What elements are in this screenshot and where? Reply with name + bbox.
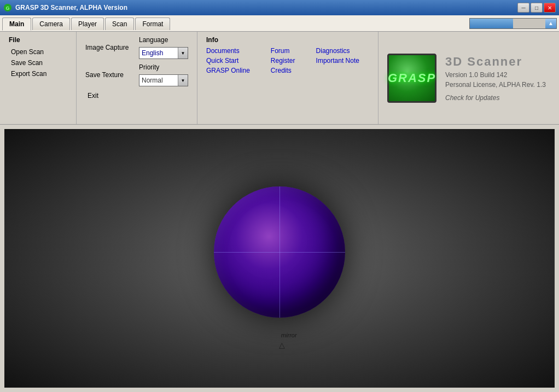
panel-row: File Open Scan Save Scan Export Scan Ima… bbox=[0, 32, 559, 125]
tab-scan[interactable]: Scan bbox=[105, 17, 134, 30]
save-scan-button[interactable]: Save Scan bbox=[9, 58, 67, 68]
window-controls: ─ □ ✕ bbox=[517, 3, 556, 13]
title-bar-left: G GRASP 3D Scanner, ALPHA Version bbox=[3, 3, 127, 12]
maximize-button[interactable]: □ bbox=[531, 3, 543, 13]
info-heading: Info bbox=[206, 36, 369, 44]
branding-panel: GRASP 3D Scanner Version 1.0 Build 142 P… bbox=[379, 32, 559, 124]
language-dropdown-arrow[interactable]: ▼ bbox=[178, 48, 188, 58]
file-heading: File bbox=[9, 36, 67, 44]
scanner-title: 3D Scanner bbox=[445, 55, 546, 69]
save-texture-label: Save Texture bbox=[85, 71, 135, 79]
menu-bar: Main Camera Player Scan Format ▲ bbox=[0, 15, 559, 32]
progress-bar-fill bbox=[470, 19, 513, 28]
viewport: mirror △ bbox=[4, 129, 555, 388]
credits-link[interactable]: Credits bbox=[271, 67, 305, 74]
grasp-logo: GRASP bbox=[387, 54, 436, 103]
image-capture-label: Image Capture bbox=[85, 44, 135, 51]
priority-label: Priority bbox=[139, 63, 188, 71]
main-content: File Open Scan Save Scan Export Scan Ima… bbox=[0, 32, 559, 392]
minimize-button[interactable]: ─ bbox=[517, 3, 529, 13]
sphere-label: mirror bbox=[281, 332, 297, 338]
version-line1: Version 1.0 Build 142 bbox=[445, 71, 546, 79]
settings-panel: Image Capture Language English ▼ Save Te… bbox=[77, 32, 197, 124]
priority-dropdown-arrow[interactable]: ▼ bbox=[178, 75, 188, 86]
app-icon: G bbox=[3, 3, 12, 12]
language-label: Language bbox=[139, 36, 188, 44]
svg-text:G: G bbox=[5, 5, 9, 11]
language-value: English bbox=[142, 49, 178, 57]
tab-main[interactable]: Main bbox=[2, 17, 31, 31]
check-updates-link[interactable]: Check for Updates bbox=[445, 94, 546, 102]
diagnostics-link[interactable]: Diagnostics bbox=[316, 47, 369, 55]
save-texture-row: Save Texture Priority Normal ▼ bbox=[85, 63, 188, 86]
export-scan-button[interactable]: Export Scan bbox=[9, 69, 67, 79]
info-links: Documents Forum Diagnostics Quick Start … bbox=[206, 47, 369, 74]
priority-select[interactable]: Normal ▼ bbox=[139, 74, 188, 86]
progress-arrow: ▲ bbox=[545, 19, 556, 28]
quick-start-link[interactable]: Quick Start bbox=[206, 57, 260, 65]
tab-player[interactable]: Player bbox=[71, 17, 104, 30]
title-bar: G GRASP 3D Scanner, ALPHA Version ─ □ ✕ bbox=[0, 0, 559, 15]
open-scan-button[interactable]: Open Scan bbox=[9, 47, 67, 57]
exit-button[interactable]: Exit bbox=[85, 91, 188, 101]
info-panel: Info Documents Forum Diagnostics Quick S… bbox=[197, 32, 379, 124]
version-info: 3D Scanner Version 1.0 Build 142 Persona… bbox=[445, 55, 546, 102]
priority-value: Normal bbox=[142, 77, 178, 84]
forum-link[interactable]: Forum bbox=[271, 47, 305, 55]
version-line2: Personal License, ALPHA Rev. 1.3 bbox=[445, 81, 546, 89]
sphere-meridian-line bbox=[280, 186, 280, 318]
close-button[interactable]: ✕ bbox=[544, 3, 556, 13]
image-capture-row: Image Capture Language English ▼ bbox=[85, 36, 188, 59]
language-select[interactable]: English ▼ bbox=[139, 47, 188, 59]
tab-format[interactable]: Format bbox=[135, 17, 170, 30]
register-link[interactable]: Register bbox=[271, 57, 305, 65]
tab-camera[interactable]: Camera bbox=[32, 17, 70, 30]
grasp-online-link[interactable]: GRASP Online bbox=[206, 67, 260, 74]
sphere-warning-icon: △ bbox=[279, 341, 285, 349]
file-panel: File Open Scan Save Scan Export Scan bbox=[0, 32, 77, 124]
documents-link[interactable]: Documents bbox=[206, 47, 260, 55]
progress-bar: ▲ bbox=[469, 18, 557, 29]
grasp-logo-text: GRASP bbox=[388, 71, 436, 85]
title-text: GRASP 3D Scanner, ALPHA Version bbox=[15, 4, 127, 11]
important-note-link[interactable]: Important Note bbox=[316, 57, 369, 65]
exit-row: Exit bbox=[85, 91, 188, 102]
3d-sphere bbox=[214, 186, 345, 318]
